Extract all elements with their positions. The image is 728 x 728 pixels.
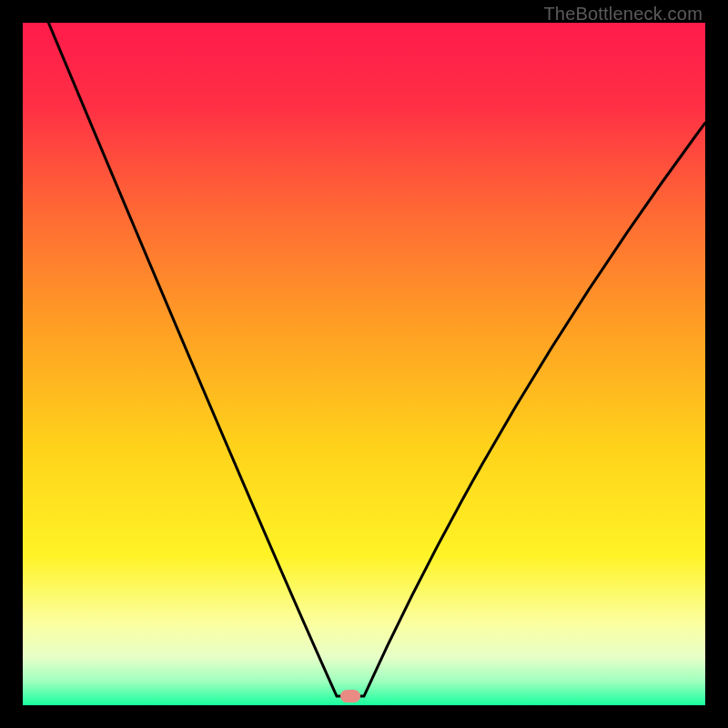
chart-frame: TheBottleneck.com [0,0,728,728]
minimum-marker [340,690,360,703]
attribution-label: TheBottleneck.com [543,4,703,25]
plot-area [23,23,705,705]
bottleneck-curve [23,23,705,705]
